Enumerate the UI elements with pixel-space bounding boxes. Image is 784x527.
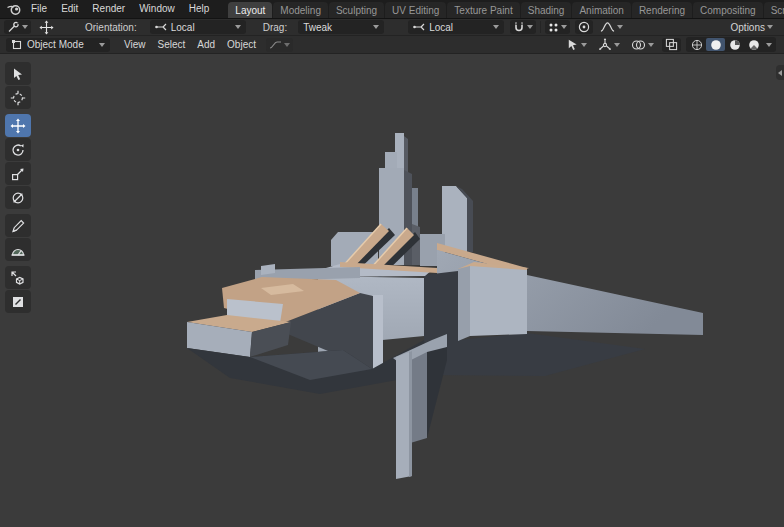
chevron-down-icon [561,25,567,29]
selectability-dropdown[interactable] [563,38,590,52]
sidebar-collapse-button[interactable] [776,65,784,80]
tool-settings-bar: Orientation: Local Drag: Tweak [0,18,784,36]
snap-grid-dots-icon [548,22,559,33]
menu-object[interactable]: Object [221,36,262,54]
chevron-down-icon [527,25,533,29]
falloff-curve-icon [600,21,615,33]
rendered-shading-icon [748,39,760,51]
toolbar-left [5,62,31,314]
cursor-icon [10,90,26,106]
viewport-header-right [563,37,780,52]
mode-dropdown[interactable]: Object Mode [6,38,110,52]
shading-wireframe-button[interactable] [687,38,706,51]
chevron-down-icon [766,43,772,47]
measure-icon [10,242,26,258]
snap-with-dropdown[interactable]: Local [408,20,504,34]
chevron-down-icon [614,43,620,47]
menu-help[interactable]: Help [182,0,217,18]
tool-select-box-button[interactable] [5,62,31,85]
shading-solid-button[interactable] [706,38,725,51]
menu-file[interactable]: File [24,0,54,18]
orientation-dropdown[interactable]: Local [150,20,246,34]
chevron-down-icon [617,25,623,29]
drag-value: Tweak [303,22,332,33]
tab-layout[interactable]: Layout [228,2,272,18]
menu-render[interactable]: Render [85,0,132,18]
editor-type-dropdown[interactable] [4,20,31,34]
tool-scale-cage-button[interactable] [5,290,31,313]
xray-toggle[interactable] [662,38,681,52]
tab-sculpting[interactable]: Sculpting [329,2,384,18]
scale-cage-icon [10,294,26,310]
magnet-icon [513,21,525,33]
viewport-3d[interactable] [0,54,784,527]
last-operator-icon [269,40,282,50]
overlays-icon [631,39,646,51]
chevron-down-icon [235,25,241,29]
tab-rendering[interactable]: Rendering [632,2,692,18]
shading-material-button[interactable] [725,38,744,51]
options-label: Options [731,22,765,33]
collapse-sidebar-icon [778,70,782,76]
gizmos-icon [598,38,612,51]
tool-cursor-button[interactable] [5,86,31,109]
tool-add-cube-button[interactable] [5,266,31,289]
tool-move-button[interactable] [5,114,31,137]
transform-icon [10,190,26,206]
orientation-label: Orientation: [80,22,142,33]
tab-compositing[interactable]: Compositing [693,2,763,18]
annotate-pen-icon [10,218,26,234]
falloff-dropdown[interactable] [597,20,626,34]
chevron-down-icon [767,25,773,29]
snap-toggle-dropdown[interactable] [510,20,536,34]
shading-mode-group [686,37,776,52]
workspace-tabs: Layout Modeling Sculpting UV Editing Tex… [228,0,784,18]
tool-rotate-button[interactable] [5,138,31,161]
chevron-down-icon [373,25,379,29]
menu-edit[interactable]: Edit [54,0,85,18]
rotate-icon [10,142,26,158]
snap-with-value: Local [429,22,453,33]
chevron-down-icon [648,43,654,47]
tool-transform-button[interactable] [5,186,31,209]
menu-add[interactable]: Add [191,36,221,54]
tool-measure-button[interactable] [5,238,31,261]
move-icon [10,118,26,134]
menu-window[interactable]: Window [132,0,182,18]
spaceship-model [187,133,703,479]
drag-dropdown[interactable]: Tweak [298,20,384,34]
chevron-down-icon [22,25,28,29]
overlays-dropdown[interactable] [628,38,657,52]
gizmos-dropdown[interactable] [595,38,623,52]
viewport-header: Object Mode View Select Add Object [0,36,784,54]
tool-scale-button[interactable] [5,162,31,185]
select-box-icon [10,66,26,82]
blender-window: File Edit Render Window Help Layout Mode… [0,0,784,527]
scale-icon [10,166,26,182]
tab-texture-paint[interactable]: Texture Paint [447,2,519,18]
last-operator-dropdown[interactable] [266,38,293,52]
menu-view[interactable]: View [118,36,152,54]
tab-uv-editing[interactable]: UV Editing [385,2,446,18]
blender-logo-icon[interactable] [6,2,22,16]
tab-scripting[interactable]: Scripting [764,2,784,18]
menu-select[interactable]: Select [152,36,192,54]
chevron-down-icon [493,25,499,29]
proportional-editing-toggle[interactable] [575,20,593,34]
tab-animation[interactable]: Animation [572,2,630,18]
object-mode-icon [11,39,23,51]
drag-label: Drag: [258,22,292,33]
chevron-down-icon [581,43,587,47]
tab-shading[interactable]: Shading [521,2,572,18]
axis-orientation-icon [155,22,167,32]
tab-modeling[interactable]: Modeling [273,2,328,18]
wireframe-icon [691,39,703,51]
select-pointer-icon [566,38,579,51]
options-dropdown[interactable]: Options [728,20,776,34]
xray-toggle-icon [665,38,678,51]
snap-target-dropdown[interactable] [545,20,570,34]
tool-annotate-button[interactable] [5,214,31,237]
shading-rendered-button[interactable] [744,38,763,51]
topbar: File Edit Render Window Help Layout Mode… [0,0,784,18]
viewport-canvas[interactable] [0,54,784,527]
